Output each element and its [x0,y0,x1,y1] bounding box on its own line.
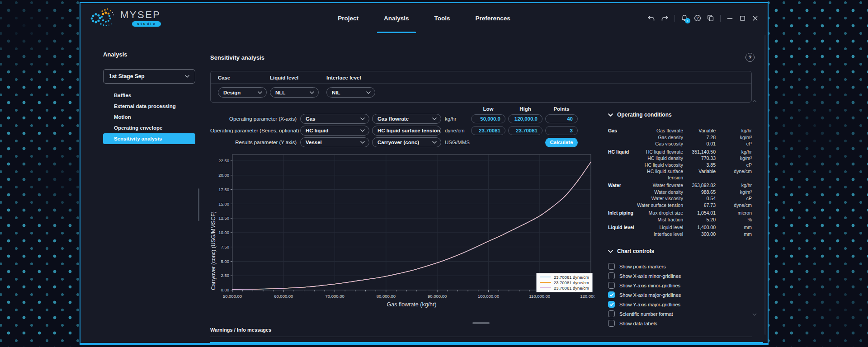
param-row-label: Results parameter (Y-axis) [210,140,297,145]
chart-control-show-y-axis-minor-gridlines[interactable]: Show Y-axis minor-gridlines [608,281,752,290]
sidebar-item-sensitivity-analysis[interactable]: Sensitivity analysis [103,133,195,144]
operating-conditions-header[interactable]: Operating conditions [608,112,752,118]
chart-controls-list: Show points markersShow X-axis minor-gri… [608,262,752,328]
nav-tab-tools[interactable]: Tools [434,3,451,33]
param-row-label: Operating parameter (Series, optional) [210,128,297,133]
svg-text:60,000.00: 60,000.00 [274,294,293,299]
condition-group: Liquid level [608,225,634,231]
checkbox-unchecked[interactable] [608,310,615,317]
condition-value: 5.20 [683,217,716,223]
points-input-row2[interactable]: 3 [545,126,578,135]
checkbox-unchecked[interactable] [608,282,615,289]
calculate-button[interactable]: Calculate [545,138,578,147]
chart-controls-header[interactable]: Chart controls [608,248,752,254]
high-input-row2[interactable]: 23.70081 [508,126,542,135]
operating-conditions-title: Operating conditions [617,112,672,118]
parameter-select-row1[interactable]: Gas flowrate [372,114,441,124]
condition-name: Water viscosity [634,196,683,202]
category-select-row1[interactable]: Gas [300,114,369,124]
check-icon [609,303,614,306]
chart-control-show-points-markers[interactable]: Show points markers [608,262,752,271]
chart-control-show-x-axis-major-gridlines[interactable]: Show X-axis major-gridlines [608,290,752,300]
chevron-down-icon [432,141,437,144]
legend-swatch [540,287,551,288]
condition-unit: kg/m³ [716,135,752,141]
panel-help-icon[interactable]: ? [745,53,755,62]
condition-name: Gas flowrate [634,128,683,134]
warnings-label: Warnings / Info messages [210,327,752,333]
condition-unit: mm [716,231,752,238]
category-select-row2-value: HC liquid [306,128,328,133]
case-header-liquid-level: Liquid level [270,75,326,80]
condition-value: 300.00 [683,231,716,238]
condition-unit: % [716,217,752,223]
svg-text:17.50: 17.50 [218,187,229,192]
vessel-select[interactable]: 1st Stage Sep [103,69,195,84]
points-input-row1[interactable]: 40 [545,114,578,123]
vertical-scrollbar[interactable] [764,35,766,335]
sidebar-item-operating-envelope[interactable]: Operating envelope [103,122,195,133]
condition-value: Variable [683,169,716,181]
notifications-bell-icon[interactable]: 1 [681,14,688,22]
chart-control-scientific-number-format[interactable]: Scientific number format [608,309,752,319]
svg-text:90,000.00: 90,000.00 [428,294,447,299]
chevron-down-icon [608,250,613,253]
condition-value: Variable [683,128,716,134]
sidebar-item-motion[interactable]: Motion [103,112,195,122]
select-case[interactable]: Design [218,87,267,98]
drag-handle[interactable] [472,322,490,324]
condition-name: HC liquid surface tension [634,169,683,181]
svg-text:12.50: 12.50 [218,216,229,220]
nav-tab-preferences[interactable]: Preferences [475,3,511,33]
category-select-row3[interactable]: Vessel [300,137,369,147]
sensitivity-chart: Carryover (conc) (USG/MMSCF) 0.002.505.0… [210,152,594,308]
scroll-up-icon[interactable] [752,100,757,103]
parameter-select-row3[interactable]: Carryover (conc) [372,137,441,147]
chevron-down-icon [366,91,371,94]
category-select-row2[interactable]: HC liquid [300,126,369,136]
chevron-down-icon [310,91,314,94]
sidebar-items: BafflesExternal data processingMotionOpe… [103,90,195,144]
chart-control-show-y-axis-major-gridlines[interactable]: Show Y-axis major-gridlines [608,300,752,309]
param-row-label: Operating parameter (X-axis) [210,116,297,122]
condition-group [608,135,634,141]
svg-text:15.00: 15.00 [218,202,229,206]
parameter-select-row2[interactable]: HC liquid surface tension [372,126,441,136]
svg-text:7.50: 7.50 [221,244,230,249]
value-header-points: Points [545,106,578,112]
condition-unit: kg/m³ [716,155,752,162]
legend-swatch [540,277,551,277]
condition-name: HC liquid density [634,155,683,162]
condition-name: Water density [634,189,683,196]
condition-group [608,196,634,202]
desktop-dots-pattern-right [768,0,868,347]
checkbox-unchecked[interactable] [608,272,615,279]
condition-group: HC liquid [608,149,634,155]
select-interface-level[interactable]: NIL [326,87,375,98]
high-input-row1[interactable]: 120,000.0 [508,114,542,123]
checkbox-checked[interactable] [608,291,615,298]
condition-value: 1,054.01 [683,210,716,216]
sidebar-item-external-data-processing[interactable]: External data processing [103,101,195,112]
sidebar: Analysis 1st Stage Sep BafflesExternal d… [80,33,206,343]
scroll-down-icon[interactable] [752,313,757,316]
select-interface-level-value: NIL [332,90,340,95]
app-window: MYSEP studio ProjectAnalysisToolsPrefere… [80,2,769,345]
checkbox-unchecked[interactable] [608,263,615,270]
sidebar-scrollbar[interactable] [198,188,199,221]
check-icon [609,293,614,297]
select-liquid-level[interactable]: NLL [270,87,319,98]
low-input-row1[interactable]: 50,000.0 [471,114,505,123]
chart-control-show-x-axis-minor-gridlines[interactable]: Show X-axis minor-gridlines [608,271,752,281]
nav-tab-project[interactable]: Project [337,3,359,33]
app-header: MYSEP studio ProjectAnalysisToolsPrefere… [80,3,768,33]
nav-tab-analysis[interactable]: Analysis [383,3,410,33]
low-input-row2[interactable]: 23.70081 [471,126,505,135]
chart-control-label: Show X-axis major-gridlines [619,292,681,298]
accent-line [210,342,763,343]
value-header-low: Low [471,106,505,112]
sidebar-item-baffles[interactable]: Baffles [103,90,195,101]
condition-unit: kg/hr [716,128,752,134]
chart-control-label: Show X-axis minor-gridlines [619,273,681,279]
checkbox-checked[interactable] [608,301,615,308]
